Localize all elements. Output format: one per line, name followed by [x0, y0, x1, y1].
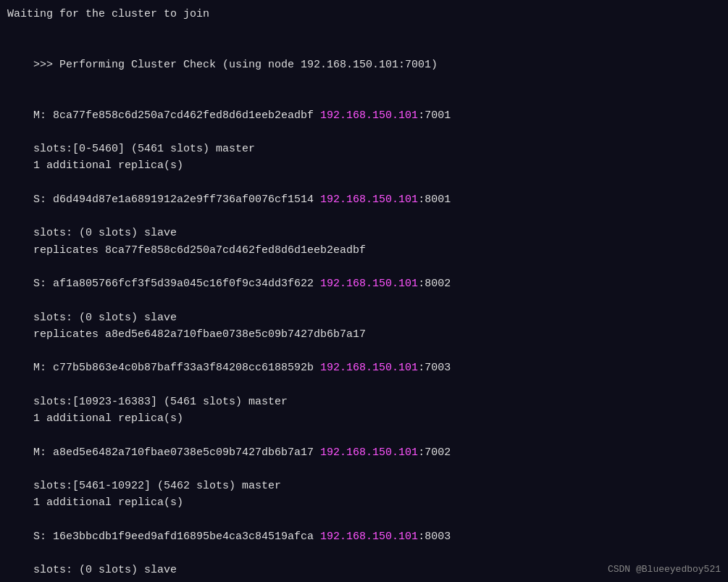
- m1-ip: 192.168.150.101: [320, 109, 418, 122]
- s1-port: :8001: [418, 194, 451, 206]
- m3-prefix: M: a8ed5e6482a710fbae0738e5c09b7427db6b7…: [33, 446, 320, 459]
- m3-port: :7002: [418, 446, 451, 459]
- s2-line: S: af1a805766fcf3f5d39a045c16f0f9c34dd3f…: [7, 259, 721, 309]
- s3-ip: 192.168.150.101: [320, 531, 418, 543]
- s2-rep: replicates a8ed5e6482a710fbae0738e5c09b7…: [7, 326, 721, 343]
- blank-line-1: [7, 22, 721, 39]
- m2-replica: 1 additional replica(s): [7, 410, 721, 427]
- watermark-text: CSDN @Blueeyedboy521: [608, 564, 721, 575]
- s1-rep: replicates 8ca77fe858c6d250a7cd462fed8d6…: [7, 242, 721, 259]
- m1-prefix: M: 8ca77fe858c6d250a7cd462fed8d6d1eeb2ea…: [33, 109, 320, 122]
- m2-slots: slots:[10923-16383] (5461 slots) master: [7, 394, 721, 410]
- m2-prefix: M: c77b5b863e4c0b87baff33a3f84208cc61885…: [33, 362, 320, 374]
- title-line: Waiting for the cluster to join: [7, 6, 721, 22]
- m1-line: M: 8ca77fe858c6d250a7cd462fed8d6d1eeb2ea…: [7, 90, 721, 141]
- perform-line: >>> Performing Cluster Check (using node…: [7, 40, 721, 91]
- s2-port: :8002: [418, 278, 451, 290]
- s1-ip: 192.168.150.101: [320, 194, 418, 206]
- terminal-window: Waiting for the cluster to join >>> Perf…: [0, 0, 728, 582]
- s1-line: S: d6d494d87e1a6891912a2e9ff736af0076cf1…: [7, 175, 721, 225]
- s3-line: S: 16e3bbcdb1f9eed9afd16895be4ca3c84519a…: [7, 512, 721, 562]
- m1-replica: 1 additional replica(s): [7, 157, 721, 174]
- perform-text: >>> Performing Cluster Check (using node…: [33, 59, 438, 71]
- s2-slots: slots: (0 slots) slave: [7, 309, 721, 326]
- m3-replica: 1 additional replica(s): [7, 494, 721, 511]
- s2-ip: 192.168.150.101: [320, 278, 418, 290]
- m3-slots: slots:[5461-10922] (5462 slots) master: [7, 478, 721, 494]
- m2-line: M: c77b5b863e4c0b87baff33a3f84208cc61885…: [7, 343, 721, 394]
- m3-line: M: a8ed5e6482a710fbae0738e5c09b7427db6b7…: [7, 427, 721, 478]
- m3-ip: 192.168.150.101: [320, 446, 418, 459]
- s1-prefix: S: d6d494d87e1a6891912a2e9ff736af0076cf1…: [33, 194, 320, 206]
- m1-port: :7001: [418, 109, 451, 122]
- s3-rep: replicates c77b5b863e4c0b87baff33a3f8420…: [7, 579, 721, 583]
- s3-prefix: S: 16e3bbcdb1f9eed9afd16895be4ca3c84519a…: [33, 531, 320, 543]
- m1-slots: slots:[0-5460] (5461 slots) master: [7, 141, 721, 157]
- s3-port: :8003: [418, 531, 451, 543]
- s1-slots: slots: (0 slots) slave: [7, 225, 721, 241]
- m2-ip: 192.168.150.101: [320, 362, 418, 374]
- m2-port: :7003: [418, 362, 451, 374]
- s2-prefix: S: af1a805766fcf3f5d39a045c16f0f9c34dd3f…: [33, 278, 320, 290]
